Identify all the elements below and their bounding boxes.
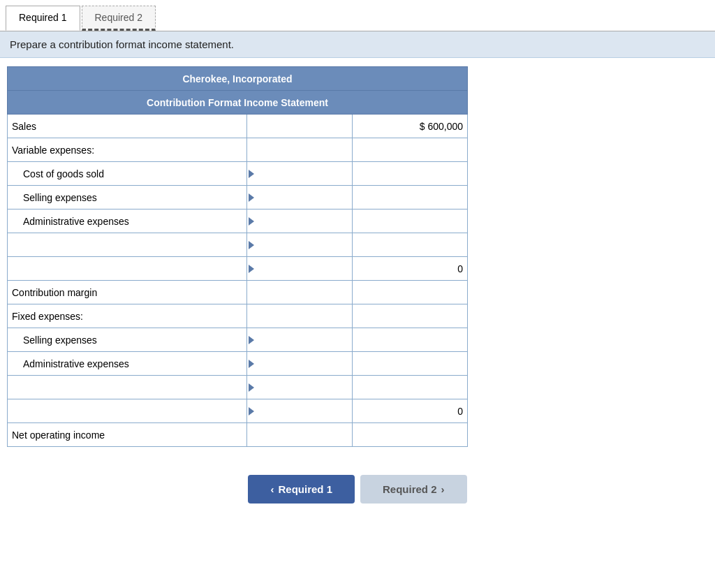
label-net_operating_income: Net operating income <box>8 423 247 447</box>
mid-fix_blank2[interactable] <box>246 399 353 423</box>
value-fix_blank1[interactable] <box>353 376 468 399</box>
label-admin_fix: Administrative expenses <box>8 352 247 376</box>
mid-selling_var[interactable] <box>246 186 353 210</box>
label-sales: Sales <box>8 115 247 138</box>
mid-admin_fix[interactable] <box>246 352 353 376</box>
arrow-icon-admin_var <box>249 217 254 226</box>
table-row-admin_fix: Administrative expenses <box>8 352 468 376</box>
table-row-selling_var: Selling expenses <box>8 186 468 210</box>
company-name-row: Cherokee, Incorporated <box>8 67 468 91</box>
table-row-fixed_expenses_header: Fixed expenses: <box>8 304 468 328</box>
required2-button[interactable]: Required 2 › <box>360 475 467 504</box>
arrow-icon-selling_fix <box>249 336 254 344</box>
mid-var_blank1[interactable] <box>246 233 353 257</box>
value-var_blank1[interactable] <box>353 233 468 257</box>
mid-var_blank2[interactable] <box>246 257 353 281</box>
mid-fixed_expenses_header <box>246 304 353 328</box>
arrow-icon-admin_fix <box>249 360 254 368</box>
tabs-container: Required 1 Required 2 <box>0 0 715 31</box>
nav-buttons-container: ‹ Required 1 Required 2 › <box>0 461 715 517</box>
label-fix_blank2 <box>8 399 247 423</box>
mid-sales <box>246 115 353 138</box>
mid-contribution_margin[interactable] <box>246 281 353 304</box>
label-fix_blank1 <box>8 376 247 399</box>
secondary-arrow: › <box>441 483 445 495</box>
value-sales: $ 600,000 <box>353 115 468 138</box>
label-admin_var: Administrative expenses <box>8 210 247 233</box>
table-row-net_operating_income: Net operating income <box>8 423 468 447</box>
mid-variable_expenses_header <box>246 138 353 162</box>
mid-cogs[interactable] <box>246 162 353 186</box>
arrow-icon-var_blank2 <box>249 265 254 273</box>
tab-required1[interactable]: Required 1 <box>6 6 80 31</box>
mid-net_operating_income[interactable] <box>246 423 353 447</box>
secondary-label: Required 2 <box>383 483 437 495</box>
primary-arrow: ‹ <box>270 483 274 495</box>
mid-admin_var[interactable] <box>246 210 353 233</box>
arrow-icon-var_blank1 <box>249 241 254 249</box>
value-selling_fix[interactable] <box>353 328 468 352</box>
table-row-var_blank1 <box>8 233 468 257</box>
required1-button[interactable]: ‹ Required 1 <box>248 475 355 504</box>
table-row-selling_fix: Selling expenses <box>8 328 468 352</box>
table-row-contribution_margin: Contribution margin <box>8 281 468 304</box>
value-fix_blank2: 0 <box>353 399 468 423</box>
statement-title-row: Contribution Format Income Statement <box>8 91 468 115</box>
value-cogs[interactable] <box>353 162 468 186</box>
label-var_blank2 <box>8 257 247 281</box>
value-admin_fix[interactable] <box>353 352 468 376</box>
label-contribution_margin: Contribution margin <box>8 281 247 304</box>
instruction-text: Prepare a contribution format income sta… <box>10 38 234 50</box>
table-row-fix_blank1 <box>8 376 468 399</box>
value-net_operating_income[interactable] <box>353 423 468 447</box>
value-selling_var[interactable] <box>353 186 468 210</box>
table-row-var_blank2: 0 <box>8 257 468 281</box>
mid-fix_blank1[interactable] <box>246 376 353 399</box>
mid-selling_fix[interactable] <box>246 328 353 352</box>
value-variable_expenses_header[interactable] <box>353 138 468 162</box>
arrow-icon-fix_blank1 <box>249 383 254 392</box>
table-container: Cherokee, Incorporated Contribution Form… <box>0 58 475 461</box>
arrow-icon-fix_blank2 <box>249 407 254 416</box>
value-admin_var[interactable] <box>353 210 468 233</box>
table-row-admin_var: Administrative expenses <box>8 210 468 233</box>
label-variable_expenses_header: Variable expenses: <box>8 138 247 162</box>
table-row-variable_expenses_header: Variable expenses: <box>8 138 468 162</box>
label-fixed_expenses_header: Fixed expenses: <box>8 304 247 328</box>
company-name: Cherokee, Incorporated <box>8 67 468 91</box>
arrow-icon-selling_var <box>249 193 254 202</box>
value-contribution_margin[interactable] <box>353 281 468 304</box>
tab-required2[interactable]: Required 2 <box>82 6 156 31</box>
table-row-cogs: Cost of goods sold <box>8 162 468 186</box>
value-fixed_expenses_header[interactable] <box>353 304 468 328</box>
table-row-sales: Sales$ 600,000 <box>8 115 468 138</box>
label-cogs: Cost of goods sold <box>8 162 247 186</box>
label-var_blank1 <box>8 233 247 257</box>
arrow-icon-cogs <box>249 170 254 178</box>
table-row-fix_blank2: 0 <box>8 399 468 423</box>
label-selling_fix: Selling expenses <box>8 328 247 352</box>
instruction-bar: Prepare a contribution format income sta… <box>0 31 715 58</box>
value-var_blank2: 0 <box>353 257 468 281</box>
label-selling_var: Selling expenses <box>8 186 247 210</box>
statement-title: Contribution Format Income Statement <box>8 91 468 115</box>
income-statement-table: Cherokee, Incorporated Contribution Form… <box>7 66 468 447</box>
primary-label: Required 1 <box>278 483 332 495</box>
